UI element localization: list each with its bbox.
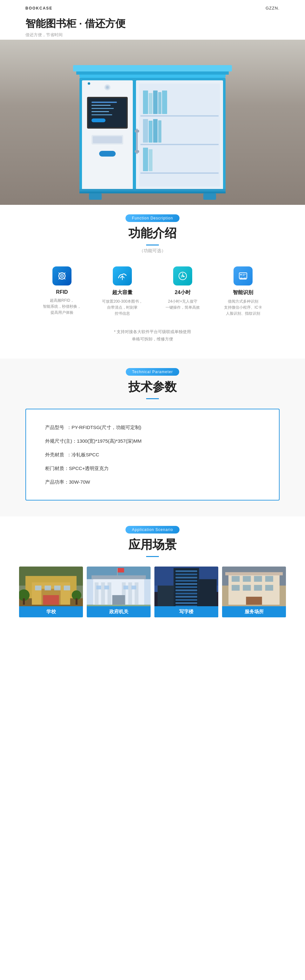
svg-rect-10 <box>143 91 148 114</box>
svg-rect-25 <box>91 108 114 109</box>
app-scenario-school: 学校 <box>19 566 83 617</box>
smart-desc: 借阅方式多种识别支持微信小程序、IC卡人脸识别、指纹识别 <box>224 299 262 317</box>
smart-title: 智能识别 <box>233 289 253 296</box>
svg-rect-119 <box>254 576 262 582</box>
svg-rect-63 <box>45 585 51 590</box>
svg-rect-117 <box>232 576 240 582</box>
svg-rect-26 <box>91 111 109 112</box>
svg-rect-27 <box>91 115 112 115</box>
svg-rect-100 <box>176 586 197 588</box>
capacity-title: 超大容量 <box>112 289 133 296</box>
function-badge-container: Function Description <box>0 205 305 222</box>
tech-title-underline <box>146 398 159 399</box>
smart-icon <box>233 266 252 285</box>
svg-rect-120 <box>265 576 273 582</box>
tech-param-model: 产品型号 ：PY-RFIDTSG(尺寸，功能可定制) <box>45 420 260 434</box>
gov-label: 政府机关 <box>87 606 150 617</box>
app-badge-container: Application Scenario <box>0 516 305 533</box>
svg-rect-54 <box>243 274 246 275</box>
logo-right: GZZN. <box>266 6 279 11</box>
svg-rect-20 <box>149 149 152 171</box>
app-images-row: 学校 <box>19 566 286 617</box>
school-label: 学校 <box>19 606 83 617</box>
tech-badge: Technical Parameter <box>126 368 179 375</box>
svg-rect-15 <box>143 119 148 143</box>
svg-rect-95 <box>176 570 197 572</box>
function-subtitle: （功能可选） <box>0 248 305 254</box>
param-label-shell: 外壳材质 ：冷轧板SPCC <box>45 452 99 457</box>
svg-rect-65 <box>64 585 70 590</box>
svg-rect-11 <box>149 93 152 114</box>
param-label-door: 柜门材质：SPCC+透明亚克力 <box>45 466 109 471</box>
param-label-model: 产品型号 ：PY-RFIDTSG(尺寸，功能可定制) <box>45 425 141 430</box>
svg-rect-99 <box>176 583 197 585</box>
capacity-icon <box>113 266 132 285</box>
tech-param-door: 柜门材质：SPCC+透明亚克力 <box>45 461 260 475</box>
svg-rect-36 <box>135 130 139 132</box>
feature-24h: 24 24小时 24小时+无人值守一键操作，简单高效 <box>162 266 203 317</box>
svg-rect-31 <box>99 151 116 157</box>
svg-rect-81 <box>91 576 146 579</box>
svg-rect-17 <box>153 119 158 143</box>
svg-point-46 <box>61 275 62 277</box>
feature-capacity: 超大容量 可放置200-300本图书，自带清点，时刻掌控书信息 <box>102 266 143 317</box>
svg-rect-118 <box>243 576 251 582</box>
svg-rect-16 <box>149 121 152 143</box>
svg-rect-53 <box>240 274 242 275</box>
tech-badge-container: Technical Parameter <box>0 358 305 375</box>
svg-rect-105 <box>176 602 197 605</box>
svg-rect-19 <box>143 148 148 171</box>
svg-rect-96 <box>176 574 197 576</box>
function-badge: Function Description <box>126 214 179 222</box>
svg-rect-66 <box>43 595 59 605</box>
rfid-icon <box>53 266 72 285</box>
svg-rect-41 <box>203 193 216 200</box>
tech-param-shell: 外壳材质 ：冷轧板SPCC <box>45 448 260 461</box>
hero-subtitle: 借还方便，节省时间 <box>26 32 279 38</box>
app-title-underline <box>146 556 159 557</box>
svg-rect-62 <box>35 585 41 590</box>
app-scenario-gov: 政府机关 <box>87 566 150 617</box>
svg-rect-12 <box>153 91 158 114</box>
svg-rect-23 <box>91 102 117 103</box>
svg-rect-70 <box>76 598 78 605</box>
header: BOOKCASE GZZN. <box>0 0 305 14</box>
svg-rect-98 <box>176 580 197 582</box>
app-section: Application Scenario 应用场景 <box>0 516 305 636</box>
svg-rect-37 <box>135 150 139 153</box>
app-scenario-office: 写字楼 <box>155 566 218 617</box>
svg-rect-13 <box>158 92 161 114</box>
svg-rect-2 <box>76 72 229 75</box>
rfid-title: RFID <box>56 289 68 295</box>
param-label-power: 产品功率：30W-70W <box>45 479 90 485</box>
service-label: 服务场所 <box>222 606 286 617</box>
svg-rect-116 <box>225 572 283 576</box>
svg-rect-121 <box>232 585 240 591</box>
svg-rect-104 <box>176 599 197 601</box>
svg-rect-97 <box>176 577 197 579</box>
support-note: * 支持对接各大软件平台可级联或单独使用 单格可拆卸，维修方便 <box>0 323 305 346</box>
tech-params-box: 产品型号 ：PY-RFIDTSG(尺寸，功能可定制) 外规尺寸(主)：1300(… <box>26 409 279 501</box>
svg-rect-82 <box>112 595 125 605</box>
app-title: 应用场景 <box>0 537 305 553</box>
svg-rect-9 <box>141 172 219 174</box>
svg-rect-101 <box>176 589 197 591</box>
function-title: 功能介绍 <box>0 225 305 241</box>
tech-param-power: 产品功率：30W-70W <box>45 475 260 489</box>
24h-icon: 24 <box>173 266 192 285</box>
param-label-size: 外规尺寸(主)：1300(宽)*1975(高)*357(深)MM <box>45 438 141 444</box>
svg-rect-40 <box>89 193 102 200</box>
function-title-underline <box>146 245 159 245</box>
svg-rect-55 <box>243 275 244 276</box>
svg-rect-39 <box>80 191 225 193</box>
svg-rect-24 <box>91 105 110 106</box>
svg-rect-103 <box>176 596 197 598</box>
capacity-desc: 可放置200-300本图书，自带清点，时刻掌控书信息 <box>102 299 143 317</box>
features-row: RFID 超高频RFID，智能系统，秒借秒换，提高用户体验 超大容量 可放置20… <box>0 263 305 323</box>
svg-rect-125 <box>246 597 262 605</box>
feature-smart: 智能识别 借阅方式多种识别支持微信小程序、IC卡人脸识别、指纹识别 <box>222 266 264 317</box>
tech-section: Technical Parameter 技术参数 产品型号 ：PY-RFIDTS… <box>0 358 305 516</box>
svg-point-34 <box>106 86 109 89</box>
support-note-line1: * 支持对接各大软件平台可级联或单独使用 <box>0 328 305 335</box>
svg-rect-124 <box>265 585 273 591</box>
